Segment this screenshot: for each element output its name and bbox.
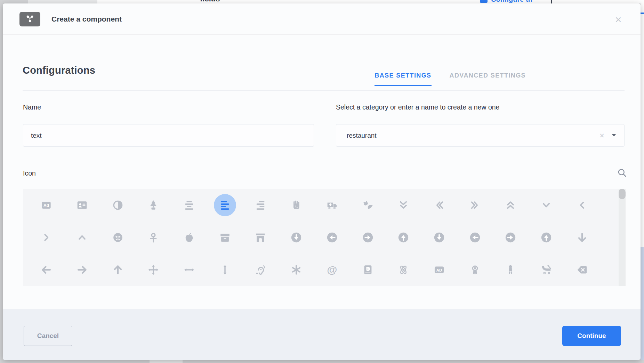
icon-arrows-alt[interactable] xyxy=(142,259,164,281)
icon-arrow-alt-circle-right[interactable] xyxy=(357,226,379,249)
icon-arrow-down[interactable] xyxy=(571,226,593,249)
align-center-icon xyxy=(178,194,200,216)
icon-arrow-alt-circle-up[interactable] xyxy=(392,226,414,249)
at-icon: @ xyxy=(321,259,343,281)
background-page-top-strip: fields Configure th xyxy=(0,0,644,3)
icon-adjust[interactable] xyxy=(107,194,129,216)
scrollbar-track[interactable] xyxy=(619,189,626,286)
atlas-icon xyxy=(357,259,379,281)
category-selected-value: restaurant xyxy=(347,132,599,139)
icon-section-label: Icon xyxy=(23,169,36,177)
svg-text:Ad: Ad xyxy=(43,203,49,208)
icon-arrow-circle-left[interactable] xyxy=(464,226,486,249)
icon-arrow-circle-right[interactable] xyxy=(499,226,522,249)
icon-ankh[interactable] xyxy=(142,226,164,249)
category-select[interactable]: restaurant × xyxy=(336,124,625,147)
arrow-circle-right-icon xyxy=(499,226,522,249)
background-panel-fragment xyxy=(641,247,644,360)
dialog-footer: Cancel Continue xyxy=(3,309,641,360)
icon-arrow-alt-circle-left[interactable] xyxy=(321,226,343,249)
icon-apple-alt[interactable] xyxy=(178,226,200,249)
background-fragment xyxy=(150,360,183,363)
icon-baby[interactable] xyxy=(499,259,522,281)
arrows-alt-h-icon xyxy=(178,259,200,281)
address-card-icon xyxy=(71,194,93,216)
icon-american-sign-language-interpreting[interactable] xyxy=(357,194,379,216)
icon-angle-down[interactable] xyxy=(535,194,557,216)
icon-arrows-alt-h[interactable] xyxy=(178,259,200,281)
icon-arrows-alt-v[interactable] xyxy=(214,259,236,281)
icon-picker-grid: Ad@AD xyxy=(23,189,626,286)
baby-icon xyxy=(499,259,522,281)
icon-backspace[interactable] xyxy=(571,259,593,281)
award-icon xyxy=(464,259,486,281)
icon-angle-left[interactable] xyxy=(571,194,593,216)
arrow-alt-circle-left-icon xyxy=(321,226,343,249)
background-page-bottom-strip xyxy=(0,360,644,363)
icon-archive[interactable] xyxy=(214,226,236,249)
continue-button[interactable]: Continue xyxy=(562,326,621,346)
icon-arrow-left[interactable] xyxy=(35,259,57,281)
icon-atlas[interactable] xyxy=(357,259,379,281)
icon-asterisk[interactable] xyxy=(285,259,307,281)
icon-at[interactable]: @ xyxy=(321,259,343,281)
icon-audio-description[interactable]: AD xyxy=(428,259,450,281)
arrow-right-icon xyxy=(71,259,93,281)
align-left-icon xyxy=(214,194,236,216)
icon-angle-right[interactable] xyxy=(35,226,57,249)
icon-air-freshener[interactable] xyxy=(142,194,164,216)
icon-angle-double-left[interactable] xyxy=(428,194,450,216)
background-page-right-sliver xyxy=(641,3,644,360)
background-configure-link: Configure th xyxy=(491,0,532,3)
icon-align-center[interactable] xyxy=(178,194,200,216)
icon-angle-double-right[interactable] xyxy=(464,194,486,216)
icon-arrow-right[interactable] xyxy=(71,259,93,281)
icon-arrow-alt-circle-down[interactable] xyxy=(285,226,307,249)
icon-angle-double-down[interactable] xyxy=(392,194,414,216)
icon-address-card[interactable] xyxy=(71,194,93,216)
cancel-button[interactable]: Cancel xyxy=(24,326,72,346)
scrollbar-thumb[interactable] xyxy=(619,189,626,199)
section-divider xyxy=(23,90,625,91)
icon-angry[interactable] xyxy=(107,226,129,249)
arrow-circle-up-icon xyxy=(535,226,557,249)
settings-tabs: BASE SETTINGS ADVANCED SETTINGS xyxy=(375,72,526,86)
arrow-left-icon xyxy=(35,259,57,281)
icon-ad[interactable]: Ad xyxy=(35,194,57,216)
assistive-listening-systems-icon xyxy=(249,259,272,281)
tab-base-settings[interactable]: BASE SETTINGS xyxy=(375,72,431,86)
icon-angle-double-up[interactable] xyxy=(499,194,522,216)
component-badge xyxy=(19,12,40,26)
search-icon[interactable] xyxy=(617,168,627,178)
arrow-down-icon xyxy=(571,226,593,249)
icon-align-right[interactable] xyxy=(249,194,272,216)
icon-allergies[interactable] xyxy=(285,194,307,216)
icon-arrow-circle-up[interactable] xyxy=(535,226,557,249)
icon-baby-carriage[interactable] xyxy=(535,259,557,281)
icon-award[interactable] xyxy=(464,259,486,281)
icon-atom[interactable] xyxy=(392,259,414,281)
icon-arrow-circle-down[interactable] xyxy=(428,226,450,249)
chevron-down-icon[interactable] xyxy=(611,134,617,137)
page-title: Configurations xyxy=(23,65,95,76)
icon-ambulance[interactable] xyxy=(321,194,343,216)
tab-advanced-settings[interactable]: ADVANCED SETTINGS xyxy=(450,72,526,79)
air-freshener-icon xyxy=(142,194,164,216)
arrow-up-icon xyxy=(107,259,129,281)
icon-picker-cells: Ad@AD xyxy=(29,189,600,286)
icon-arrow-up[interactable] xyxy=(107,259,129,281)
icon-archway[interactable] xyxy=(249,226,272,249)
ad-icon: Ad xyxy=(35,194,57,216)
apple-alt-icon xyxy=(178,226,200,249)
icon-align-left[interactable] xyxy=(214,194,236,216)
icon-assistive-listening-systems[interactable] xyxy=(249,259,272,281)
arrows-alt-v-icon xyxy=(214,259,236,281)
name-input[interactable] xyxy=(23,124,314,147)
arrow-alt-circle-down-icon xyxy=(285,226,307,249)
clear-icon[interactable]: × xyxy=(599,131,604,140)
close-icon[interactable]: × xyxy=(611,13,625,26)
arrow-circle-down-icon xyxy=(428,226,450,249)
icon-angle-up[interactable] xyxy=(71,226,93,249)
american-sign-language-interpreting-icon xyxy=(357,194,379,216)
dialog-header: Create a component × xyxy=(3,3,641,35)
